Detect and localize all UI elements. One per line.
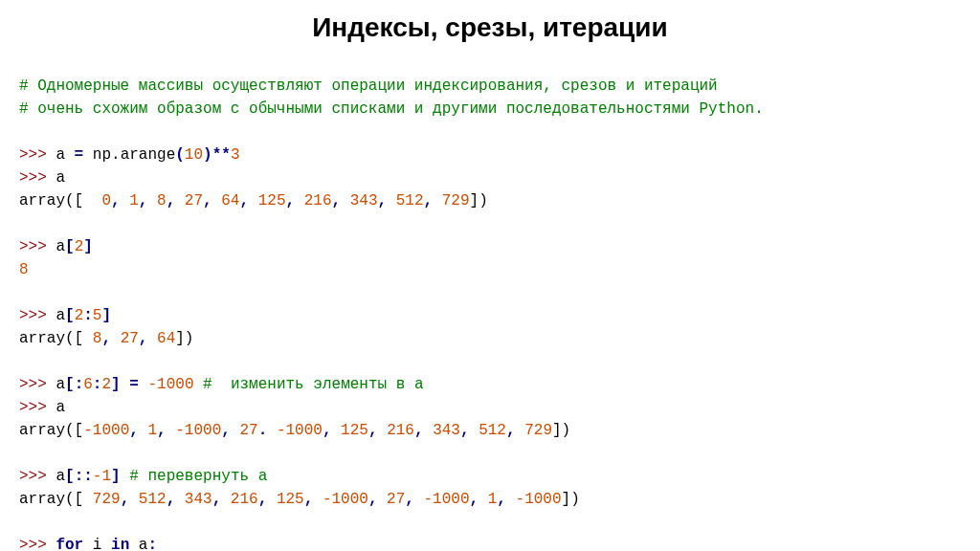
- var-a: a: [56, 399, 65, 416]
- num: 8: [157, 192, 167, 209]
- num: 216: [387, 422, 414, 439]
- num: 27: [121, 330, 139, 347]
- num: 27: [239, 422, 257, 439]
- num: 0: [101, 192, 111, 209]
- array-close: ]): [175, 330, 193, 347]
- comma: ,: [167, 192, 185, 209]
- rbracket: ]: [111, 376, 121, 393]
- lbracket: [: [65, 468, 75, 485]
- colon: :: [75, 376, 84, 393]
- lbracket: [: [65, 376, 75, 393]
- var-a: a: [56, 468, 65, 485]
- comma: ,: [101, 330, 120, 347]
- array-open: array([: [19, 491, 93, 508]
- comma: ,: [139, 330, 157, 347]
- comma: ,: [378, 192, 396, 209]
- var-a: a: [56, 238, 65, 255]
- comma: ,: [470, 491, 488, 508]
- comma: ,: [332, 192, 350, 209]
- prompt: >>>: [19, 537, 56, 551]
- comma: ,: [424, 192, 442, 209]
- colon: :: [83, 468, 93, 485]
- array-close: ]): [470, 192, 488, 209]
- num: 2: [75, 307, 84, 324]
- num: 216: [304, 192, 332, 209]
- rbracket: ]: [101, 307, 111, 324]
- page-title: Индексы, срезы, итерации: [0, 0, 980, 52]
- num: 125: [341, 422, 368, 439]
- num: 1: [147, 422, 157, 439]
- num: -1000: [516, 491, 562, 508]
- prompt: >>>: [19, 399, 56, 416]
- op-assign: =: [121, 376, 148, 393]
- comma: ,: [239, 192, 257, 209]
- array-open: array([: [19, 422, 83, 439]
- comment: # изменить элементы в a: [194, 376, 424, 393]
- sp: [267, 422, 277, 439]
- prompt: >>>: [19, 238, 56, 255]
- comma: ,: [258, 491, 277, 508]
- num: 64: [221, 192, 239, 209]
- num: 6: [83, 376, 93, 393]
- num: 216: [231, 491, 258, 508]
- comma: ,: [167, 491, 185, 508]
- comma: ,: [157, 422, 175, 439]
- sp: [83, 537, 93, 551]
- num: 343: [350, 192, 378, 209]
- num: 512: [396, 192, 424, 209]
- lparen: (: [175, 146, 185, 164]
- sp: [129, 537, 139, 551]
- colon: :: [93, 376, 102, 393]
- prompt: >>>: [19, 376, 56, 393]
- num: 2: [101, 376, 111, 393]
- comment: # перевернуть a: [121, 468, 268, 485]
- comment-line-2: # очень схожим образом с обычными списка…: [19, 100, 764, 118]
- comma: ,: [121, 491, 139, 508]
- colon: :: [75, 468, 84, 485]
- num: 343: [433, 422, 460, 439]
- var-a: a: [56, 169, 65, 187]
- num: 512: [139, 491, 167, 508]
- comma: ,: [304, 491, 323, 508]
- lbracket: [: [65, 307, 75, 324]
- kw-in: in: [111, 537, 129, 551]
- num: -1000: [323, 491, 368, 508]
- comma: ,: [212, 491, 231, 508]
- array-open: array([: [19, 192, 101, 209]
- num: 512: [479, 422, 506, 439]
- comma: ,: [203, 192, 221, 209]
- num: -1000: [424, 491, 470, 508]
- num: -1000: [83, 422, 129, 439]
- prompt: >>>: [19, 468, 56, 485]
- comma: ,: [497, 491, 515, 508]
- comma: ,: [129, 422, 147, 439]
- num: 27: [387, 491, 405, 508]
- result: 8: [19, 261, 29, 278]
- comma: ,: [414, 422, 433, 439]
- num: 125: [277, 491, 304, 508]
- comment-line-1: # Одномерные массивы осуществляют операц…: [19, 77, 718, 95]
- array-close: ]): [552, 422, 570, 439]
- array-close: ]): [562, 491, 580, 508]
- colon: :: [147, 537, 157, 551]
- kw-for: for: [56, 537, 83, 551]
- op-assign: =: [65, 146, 93, 164]
- comma: ,: [368, 422, 387, 439]
- code-block: # Одномерные массивы осуществляют операц…: [0, 52, 980, 551]
- prompt: >>>: [19, 146, 56, 164]
- num-3: 3: [231, 146, 240, 164]
- rbracket: ]: [83, 238, 93, 255]
- num: -1000: [277, 422, 323, 439]
- num: 8: [93, 330, 102, 347]
- op-pow: **: [212, 146, 231, 164]
- prompt: >>>: [19, 169, 56, 187]
- comma: ,: [323, 422, 341, 439]
- num: 27: [185, 192, 203, 209]
- num: 729: [524, 422, 552, 439]
- comma: ,: [139, 192, 157, 209]
- colon: :: [83, 307, 93, 324]
- dot: .: [258, 422, 268, 439]
- var-a: a: [56, 146, 65, 164]
- rparen: ): [203, 146, 212, 164]
- comma: ,: [460, 422, 479, 439]
